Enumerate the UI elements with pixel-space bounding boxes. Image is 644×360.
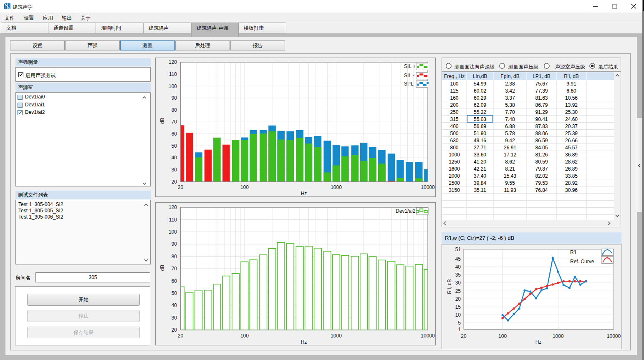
svg-text:15.43: 15.43 — [504, 173, 516, 179]
svg-text:125: 125 — [450, 88, 458, 94]
svg-text:6.60: 6.60 — [566, 88, 576, 94]
svg-text:Dev1/ai2: Dev1/ai2 — [396, 208, 416, 214]
svg-text:LIn,dB: LIn,dB — [473, 73, 487, 79]
svg-text:Ref. Curve: Ref. Curve — [570, 259, 594, 264]
svg-text:84.05: 84.05 — [535, 145, 548, 151]
svg-text:3.37: 3.37 — [505, 95, 515, 101]
svg-text:10000: 10000 — [607, 333, 621, 339]
svg-text:17.12: 17.12 — [504, 152, 516, 158]
svg-text:20: 20 — [172, 179, 177, 185]
svg-text:30: 30 — [455, 280, 461, 286]
svg-text:20: 20 — [455, 296, 461, 302]
svg-text:80: 80 — [172, 254, 177, 259]
svg-text:250: 250 — [450, 109, 458, 115]
svg-text:160: 160 — [450, 95, 458, 101]
svg-text:79.87: 79.87 — [535, 166, 548, 172]
svg-text:40: 40 — [455, 264, 461, 270]
svg-text:1250: 1250 — [449, 159, 460, 165]
svg-text:77.39: 77.39 — [535, 88, 548, 94]
svg-text:8.21: 8.21 — [505, 166, 515, 172]
svg-text:9.55: 9.55 — [505, 180, 515, 186]
svg-text:1600: 1600 — [449, 166, 460, 172]
svg-text:35.11: 35.11 — [474, 187, 486, 193]
svg-text:81.26: 81.26 — [535, 152, 548, 158]
svg-text:33.60: 33.60 — [474, 152, 486, 158]
svg-text:8.62: 8.62 — [505, 159, 515, 165]
svg-text:R'I: R'I — [570, 249, 576, 255]
svg-text:11.93: 11.93 — [504, 187, 516, 193]
svg-text:90: 90 — [172, 241, 177, 247]
svg-text:28.62: 28.62 — [565, 159, 578, 165]
svg-text:R'I, dB: R'I, dB — [564, 73, 579, 79]
svg-text:Hz: Hz — [301, 339, 307, 345]
svg-text:20: 20 — [172, 327, 177, 333]
svg-text:100: 100 — [169, 83, 177, 89]
svg-text:400: 400 — [450, 123, 458, 129]
svg-text:5.78: 5.78 — [505, 131, 515, 136]
svg-text:100: 100 — [240, 184, 249, 190]
svg-text:5: 5 — [458, 320, 461, 326]
svg-text:82.02: 82.02 — [535, 173, 548, 179]
svg-text:200: 200 — [450, 102, 458, 108]
svg-text:9.42: 9.42 — [505, 138, 515, 143]
svg-text:35: 35 — [455, 272, 461, 278]
svg-text:10000: 10000 — [421, 184, 435, 190]
svg-text:3.42: 3.42 — [505, 88, 515, 94]
svg-text:90.41: 90.41 — [535, 116, 548, 122]
svg-text:28.92: 28.92 — [565, 180, 578, 186]
svg-text:110: 110 — [169, 217, 177, 223]
svg-text:26.89: 26.89 — [565, 166, 578, 172]
svg-text:120: 120 — [169, 59, 177, 65]
svg-text:70: 70 — [172, 119, 177, 125]
svg-text:9.91: 9.91 — [566, 81, 576, 87]
svg-text:90: 90 — [172, 95, 177, 101]
svg-text:7.48: 7.48 — [505, 116, 515, 122]
svg-text:40: 40 — [172, 155, 177, 161]
svg-text:87.83: 87.83 — [535, 123, 548, 129]
svg-text:51: 51 — [455, 247, 461, 252]
svg-text:100: 100 — [450, 81, 458, 87]
svg-text:24.60: 24.60 — [565, 116, 578, 122]
svg-text:Hz: Hz — [301, 191, 307, 196]
svg-text:27.71: 27.71 — [474, 145, 486, 151]
svg-text:50: 50 — [172, 143, 177, 149]
svg-text:60.02: 60.02 — [474, 88, 486, 94]
svg-text:25.39: 25.39 — [565, 131, 578, 136]
svg-text:76.84: 76.84 — [535, 187, 548, 193]
svg-text:2.38: 2.38 — [505, 81, 515, 87]
svg-text:81.63: 81.63 — [535, 95, 548, 101]
svg-text:2500: 2500 — [449, 180, 460, 186]
svg-text:60: 60 — [172, 131, 177, 137]
svg-text:26.91: 26.91 — [504, 145, 516, 151]
svg-text:39.84: 39.84 — [474, 180, 486, 186]
svg-text:10: 10 — [455, 312, 461, 318]
svg-text:70: 70 — [172, 266, 177, 272]
svg-text:86.79: 86.79 — [535, 102, 548, 108]
svg-text:33.85: 33.85 — [565, 173, 578, 179]
svg-text:800: 800 — [450, 145, 458, 151]
svg-text:88.06: 88.06 — [535, 131, 548, 136]
svg-text:20: 20 — [178, 333, 184, 339]
svg-text:15: 15 — [455, 304, 461, 310]
svg-text:37.40: 37.40 — [474, 173, 486, 179]
svg-text:42.21: 42.21 — [474, 166, 486, 172]
svg-text:SPL: SPL — [404, 81, 414, 87]
svg-text:3150: 3150 — [449, 187, 460, 193]
svg-text:6.88: 6.88 — [505, 123, 515, 129]
svg-text:Freq., Hz: Freq., Hz — [444, 73, 465, 79]
svg-text:50: 50 — [172, 290, 177, 296]
svg-text:FpIn, dB: FpIn, dB — [500, 73, 519, 79]
svg-text:60.29: 60.29 — [474, 95, 486, 101]
svg-text:100: 100 — [240, 333, 249, 339]
svg-text:SIL -: SIL - — [404, 73, 414, 78]
svg-text:120: 120 — [169, 204, 177, 210]
svg-text:SIL +: SIL + — [404, 63, 416, 69]
svg-text:56.69: 56.69 — [474, 123, 486, 129]
svg-text:55.22: 55.22 — [474, 109, 486, 115]
svg-text:1000: 1000 — [331, 184, 342, 190]
svg-text:80.59: 80.59 — [535, 159, 548, 165]
svg-text:315: 315 — [450, 116, 458, 122]
svg-text:20.37: 20.37 — [565, 123, 578, 129]
svg-text:110: 110 — [169, 71, 177, 77]
svg-text:10.56: 10.56 — [565, 95, 578, 101]
